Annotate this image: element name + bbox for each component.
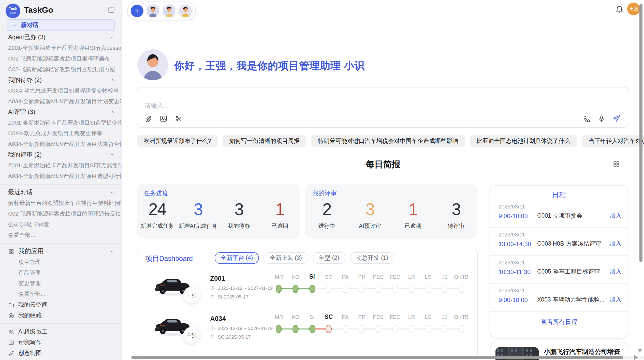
new-chat-button[interactable]: 新对话 [7,19,115,31]
send-icon[interactable] [612,114,621,123]
sidebar-section-header[interactable]: 我的评审 (2) [0,149,121,160]
milestone-dot-ko [292,325,299,333]
horizontal-scrollbar-thumb[interactable] [131,356,623,359]
recent-chat-item[interactable]: 查看全部... [0,230,121,241]
sidebar-section-header[interactable]: 我的待办 (2) [0,75,121,85]
suggestion-chip[interactable]: 当下年轻人对汽车外观有怎样的喜好趋势 [582,135,644,147]
dashboard-tab[interactable]: 全新上装 (3) [264,252,308,264]
milestone-dot-si [309,285,315,293]
project-dashboard-card: 项目Dashboard 全新平台 (4)全新上装 (3)年型 (2)动总开发 (… [137,247,478,360]
recent-chats-header[interactable]: 最近对话 [0,187,121,198]
scissors-icon[interactable] [175,115,183,123]
sidebar-item[interactable]: C02-飞腾新能源轻客改款项目立项汇报方案 [0,64,121,75]
logo-line2: Go [10,11,16,15]
suggestion-chip[interactable]: 比亚迪全固态电池计划具体说了什么 [470,135,577,147]
sidebar-item[interactable]: Z001-全新燃油皮卡产品开发项目SI节点Lesson Learn报告 [0,43,121,53]
daily-briefing-title: 每日简报 [137,159,629,170]
dashboard-tab[interactable]: 全新平台 (4) [215,252,259,264]
app-logo: Task Go [6,4,20,18]
cloud-folder-icon [8,302,14,308]
recent-chat-item[interactable]: 公司Q3轻卡销量 [0,219,121,230]
briefing-layout-icon[interactable] [613,161,620,167]
voice-call-icon[interactable] [583,115,591,122]
sidebar-item[interactable]: C02-飞腾新能源轻客改款项目里程碑画布 [0,53,121,64]
notification-bell-icon[interactable] [615,5,624,13]
app-sub-item[interactable]: 项目管理 [0,257,121,267]
my-apps-header[interactable]: 我的应用 [0,246,121,257]
stat-grid: 24新增完成任务3新增AI完成任务3我的待办1已逾期 [137,200,300,230]
collapse-sidebar-icon[interactable] [108,7,115,14]
stat-card-title: 任务进度 [144,189,168,198]
milestone-labels: MRKOSISCPAPRPECFECLRLSJ1OKTB [271,273,470,281]
app-sub-item[interactable]: 产品管理 [0,267,121,278]
sidebar-tool-pen[interactable]: 创意制图 [0,348,121,358]
recent-chat-item[interactable]: C02-飞腾新能源轻客改款项目的闭环通告反馈情况 [0,208,121,219]
sidebar-item[interactable]: A034-全新新能源MUV产品开发项目法规符合性评审 [0,139,121,149]
new-session-button[interactable] [131,5,143,17]
milestone-dot-ko [292,285,299,293]
sidebar-link-star-badge[interactable]: 我的收藏 [0,310,121,321]
scroll-right-arrow[interactable] [634,355,638,360]
user-avatar[interactable]: 王强 [627,3,640,15]
schedule-row: 13:00-14:30C003|H0B-方案冻结评审加入 [499,239,622,248]
schedule-event: C001-立项审批会 [537,212,606,220]
milestone-label: LS [420,313,436,321]
stat-label: AI预评审 [348,222,392,230]
milestone-label: KO [287,313,304,321]
sidebar-section-header[interactable]: AI评审 (3) [0,107,121,117]
milestone-timeline: MRKOSISCPAPRPECFECLRLSJ1OKTB [271,313,470,334]
sidebar-section-header[interactable]: Agent已办 (3) [0,32,121,43]
milestone-dot-pec [375,285,382,293]
sidebar-item[interactable]: A034-全新新能源MUV产品开发项目造型可行性评审 [0,171,121,182]
image-upload-icon[interactable] [160,115,167,123]
section-title: 最近对话 [8,188,33,197]
sidebar-tool-write[interactable]: 帮我写作 [0,337,121,348]
schedule-row: 9:00-10:00C001-立项审批会加入 [499,212,622,220]
suggestion-chip[interactable]: 如何写一份清晰的项目周报 [223,135,306,147]
avatar[interactable] [179,4,192,18]
view-all-schedule-link[interactable]: 查看所有日程 [490,312,628,332]
suggestion-chip[interactable]: 欧洲新规最近颁布了什么? [137,135,218,147]
suggestion-chip[interactable]: 特朗普可能对进口汽车增税会对中国车企造成哪些影响 [311,135,465,147]
dashboard-tab[interactable]: 动总开发 (1) [350,252,394,264]
sidebar-link-cloud-folder[interactable]: 我的云空间 [0,299,121,310]
milestone-dot-sc [326,325,332,333]
schedule-title: 日程 [490,191,628,200]
milestone-dot-si [309,325,315,333]
pen-icon [8,350,14,356]
dashboard-tab[interactable]: 年型 (2) [313,252,345,264]
join-link[interactable]: 加入 [609,239,622,248]
stat-column: 3新增AI完成任务 [178,200,219,230]
milestone-track [271,324,470,334]
sidebar-item[interactable]: C0X4-动力总成开发项目SI里程碑提交物检查 [0,85,121,96]
stat-column: 1已逾期 [391,200,435,230]
chat-input[interactable]: 请输入... [137,87,629,128]
sidebar-item[interactable]: Z001-全新燃油轻卡产品开发项目SI节点属性5D文件评审 [0,160,121,171]
join-link[interactable]: 加入 [609,212,622,220]
milestone-labels: MRKOSISCPAPRPECFECLRLSJ1OKTB [271,313,470,321]
avatar[interactable] [146,4,160,18]
tool-label: AI超级员工 [18,328,47,336]
sidebar-item[interactable]: A034-全新新能源MUV产品开发项目计划变更表编写 [0,96,121,107]
schedule-card: 日程 2025/03/119:00-10:00C001-立项审批会加入2025/… [490,185,628,339]
recent-chat-item[interactable]: 解释最新出台的欧盟报废车法规再生塑料比例被调至15%... [0,198,121,208]
join-link[interactable]: 加入 [609,267,622,276]
avatar[interactable] [162,4,176,18]
microphone-icon[interactable] [598,115,605,122]
schedule-date: 2025/03/11 [499,287,525,293]
sidebar-item[interactable]: Z001-全新燃油轻卡产品开发项目SI造型提交物评审 [0,117,121,128]
sidebar-tool-users[interactable]: AI超级员工 [0,326,121,337]
stat-column: 1已逾期 [259,200,300,230]
project-code: Z001 [210,275,273,282]
sidebar-item[interactable]: C0X4-动力总成开发项目工程变更评审 [0,128,121,139]
section-title: 我的评审 (2) [8,151,42,159]
stat-column: 3待评审 [435,200,478,230]
stat-label: 新增AI完成任务 [178,222,219,230]
app-sub-item[interactable]: 查看全部... [0,289,121,299]
vertical-scrollbar-thumb[interactable] [639,4,642,262]
schedule-time: 9:00-10:00 [499,296,537,303]
join-link[interactable]: 加入 [609,295,622,304]
app-sub-item[interactable]: 变更管理 [0,278,121,289]
scroll-down-arrow[interactable] [637,349,642,352]
attachment-icon[interactable] [144,115,152,123]
